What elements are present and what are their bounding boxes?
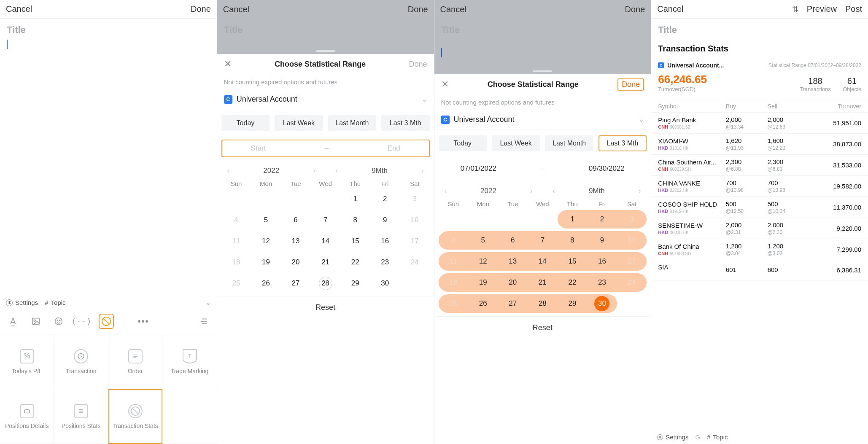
calendar-day[interactable]: 14 [310, 232, 340, 250]
calendar-day[interactable]: 7 [528, 231, 558, 250]
cancel-button[interactable]: Cancel [440, 5, 466, 14]
text-format-icon[interactable]: A̲ [8, 316, 19, 327]
calendar[interactable]: 1234567891011121314151617181920212223242… [217, 189, 434, 296]
settings-chip[interactable]: ✻ Settings [6, 299, 38, 306]
calendar-day[interactable]: 9 [370, 211, 400, 229]
calendar-day[interactable]: 13 [498, 252, 528, 271]
topic-chip[interactable]: # Topic [45, 299, 65, 306]
calendar-day[interactable]: 11 [439, 252, 469, 271]
next-month-icon[interactable]: › [421, 167, 423, 175]
reset-button[interactable]: Reset [434, 316, 651, 340]
calendar-day[interactable]: 10 [400, 211, 430, 229]
list-icon[interactable] [198, 316, 209, 327]
calendar-day[interactable]: 17 [400, 232, 430, 250]
account-selector[interactable]: C Universal Account ⌄ [217, 91, 434, 109]
share-tile-todays-pl[interactable]: %Today's P/L [0, 334, 54, 389]
table-row[interactable]: Ping An BankCNH000001.SZ2,000@13.342,000… [651, 113, 868, 134]
table-row[interactable]: Bank Of ChinaCNH601988.SH1,200@3.041,200… [651, 239, 868, 260]
calendar-day[interactable]: 27 [281, 274, 311, 293]
range-chip[interactable]: Last Month [328, 115, 376, 131]
calendar-day[interactable]: 4 [221, 211, 251, 229]
calendar-day[interactable]: 26 [251, 274, 281, 293]
calendar-day[interactable]: 7 [310, 211, 340, 229]
body-input[interactable] [0, 40, 217, 63]
calendar-day[interactable]: 20 [281, 253, 311, 272]
share-tile-order[interactable]: Order [108, 334, 162, 389]
table-row[interactable]: SENSETIME-WHKD00020.HK2,000@2.312,000@2.… [651, 218, 868, 239]
calendar-day[interactable]: 6 [498, 231, 528, 250]
calendar-day[interactable]: 21 [310, 253, 340, 272]
title-input[interactable]: Title [651, 19, 868, 40]
calendar-day[interactable]: 16 [587, 252, 617, 271]
close-icon[interactable]: ✕ [224, 59, 232, 70]
date-range-box[interactable]: 07/01/2022 – 09/30/2022 [439, 160, 647, 178]
calendar-day[interactable]: 2 [587, 210, 617, 229]
calendar-day[interactable]: 28 [528, 294, 558, 313]
date-range-box[interactable]: Start – End [221, 140, 430, 157]
calendar-day[interactable]: 29 [558, 294, 588, 313]
calendar-day[interactable]: 8 [340, 211, 370, 229]
calendar-day[interactable]: 16 [370, 232, 400, 250]
range-chip[interactable]: Today [439, 135, 487, 151]
sheet-done-button[interactable]: Done [617, 78, 644, 91]
calendar-day[interactable]: 27 [498, 294, 528, 313]
done-button[interactable]: Done [625, 5, 645, 14]
sort-icon[interactable]: ⇅ [792, 5, 798, 14]
calendar-day[interactable]: 24 [400, 253, 430, 272]
table-row[interactable]: China Southern Air...CNH600029.SH2,300@6… [651, 155, 868, 176]
calendar-day[interactable]: 29 [340, 274, 370, 293]
calendar-day[interactable]: 30 [587, 294, 617, 313]
calendar-day[interactable]: 21 [528, 273, 558, 292]
topic-chip[interactable]: # Topic [707, 433, 728, 441]
next-year-icon[interactable]: › [313, 167, 315, 175]
calendar-day[interactable]: 18 [439, 273, 469, 292]
calendar-day[interactable]: 1 [558, 210, 588, 229]
calendar-day[interactable]: 22 [558, 273, 588, 292]
calendar-day[interactable]: 6 [281, 211, 311, 229]
cancel-button[interactable]: Cancel [657, 4, 683, 14]
prev-year-icon[interactable]: ‹ [227, 167, 229, 175]
chevron-down-icon[interactable]: ⌄ [205, 299, 211, 307]
image-icon[interactable] [30, 316, 41, 327]
share-tile-positions-stats[interactable]: Positions Stats [54, 389, 108, 444]
calendar-day[interactable]: 23 [587, 273, 617, 292]
range-chip[interactable]: Last 3 Mth [381, 115, 429, 131]
calendar-day[interactable]: 28 [310, 274, 340, 293]
close-icon[interactable]: ✕ [441, 79, 449, 90]
cancel-button[interactable]: Cancel [223, 5, 249, 14]
calendar-day[interactable]: 13 [281, 232, 311, 250]
calendar-day[interactable]: 23 [370, 253, 400, 272]
calendar-day[interactable]: 3 [617, 210, 647, 229]
share-tile-transaction[interactable]: Transaction [54, 334, 108, 389]
prev-year-icon[interactable]: ‹ [445, 187, 447, 195]
calendar-day[interactable]: 20 [498, 273, 528, 292]
post-button[interactable]: Post [845, 4, 862, 14]
calendar-day[interactable]: 18 [221, 253, 251, 272]
calendar-day[interactable]: 22 [340, 253, 370, 272]
account-selector[interactable]: C Universal Account ⌄ [434, 112, 651, 129]
range-chip[interactable]: Last Month [545, 135, 593, 151]
title-input[interactable]: Title [434, 19, 651, 48]
share-tile-transaction-stats[interactable]: Transaction Stats [108, 389, 162, 444]
emoji-icon[interactable] [53, 316, 64, 327]
calendar-day[interactable]: 12 [468, 252, 498, 271]
calendar-day[interactable]: 5 [468, 231, 498, 250]
calendar-day[interactable]: 26 [468, 294, 498, 313]
next-year-icon[interactable]: › [530, 187, 532, 195]
calendar-day[interactable]: 10 [617, 231, 647, 250]
calendar-day[interactable]: 9 [587, 231, 617, 250]
calendar-day[interactable]: 19 [251, 253, 281, 272]
share-tile-trade-marking[interactable]: TTrade Marking [162, 334, 216, 389]
done-button[interactable]: Done [408, 5, 428, 14]
range-chip[interactable]: Last 3 Mth [598, 135, 647, 151]
calendar-day[interactable]: 8 [558, 231, 588, 250]
sheet-handle[interactable] [217, 48, 434, 54]
reset-button[interactable]: Reset [217, 296, 434, 320]
table-row[interactable]: SIA6016006,386.31 [651, 260, 868, 280]
calendar-day[interactable]: 5 [251, 211, 281, 229]
cancel-button[interactable]: Cancel [6, 4, 32, 14]
range-chip[interactable]: Last Week [275, 115, 323, 131]
calendar-day[interactable]: 1 [340, 190, 370, 208]
calendar-day[interactable]: 30 [370, 274, 400, 293]
prev-month-icon[interactable]: ‹ [553, 187, 555, 195]
